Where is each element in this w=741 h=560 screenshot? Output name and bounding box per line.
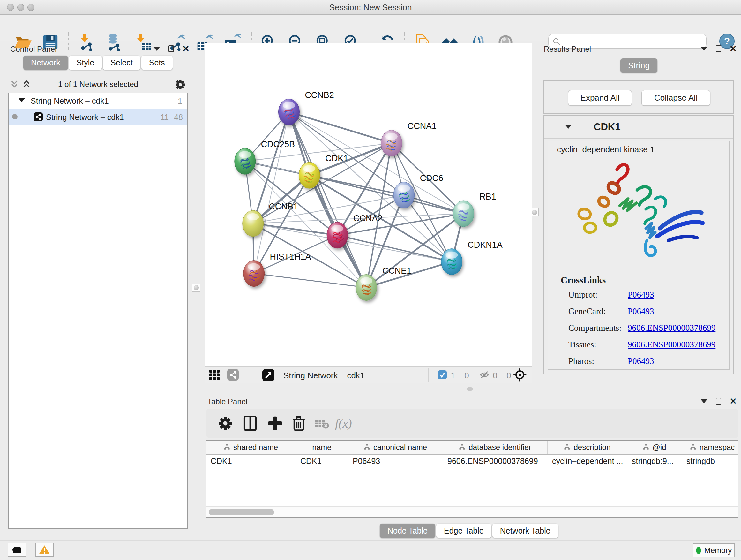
left-splitter-handle[interactable]	[192, 284, 200, 292]
table-header-cell[interactable]: database identifier	[443, 441, 548, 454]
network-node[interactable]	[243, 210, 264, 237]
tab-select[interactable]: Select	[103, 56, 140, 70]
crosslink-link[interactable]: P06493	[628, 307, 654, 316]
network-node[interactable]	[441, 249, 462, 275]
table-cell[interactable]: P06493	[348, 455, 443, 468]
table-header-cell[interactable]: namespac	[682, 441, 738, 454]
table-horizontal-scrollbar[interactable]	[206, 506, 738, 517]
table-cell[interactable]: stringdb	[682, 455, 738, 468]
share-view-icon[interactable]	[227, 369, 239, 382]
network-options-gear-icon[interactable]	[174, 78, 187, 91]
table-cell[interactable]: cyclin–dependent ...	[548, 455, 627, 468]
network-node[interactable]	[234, 148, 256, 174]
network-canvas[interactable]: CCNB2CCNA1CDC25BCDK1CDC6RB1CCNB1CCNA2CDK…	[205, 43, 532, 366]
table-tabs: Node TableEdge TableNetwork Table	[380, 523, 559, 538]
crosslink-link[interactable]: 9606.ENSP00000378699	[628, 323, 716, 333]
control-panel-collapse-icon[interactable]	[153, 47, 160, 51]
tab-network-table[interactable]: Network Table	[492, 523, 558, 538]
network-node-label: RB1	[479, 192, 496, 201]
delete-column-trash-icon[interactable]	[290, 415, 307, 432]
table-header-cell[interactable]: shared name	[206, 441, 296, 454]
network-node[interactable]	[244, 260, 265, 287]
results-panel-close-icon[interactable]: ✕	[730, 46, 737, 52]
crosslink-label: Compartments:	[568, 323, 628, 333]
crosslink-row: Pharos:P06493	[568, 356, 716, 366]
crosslink-row: Compartments:9606.ENSP00000378699	[568, 323, 716, 333]
expand-all-button[interactable]: Expand All	[568, 90, 632, 106]
app-window: Session: New Session	[0, 0, 741, 560]
table-header-cell[interactable]: canonical name	[348, 441, 443, 454]
network-node[interactable]	[327, 222, 348, 248]
collection-expand-icon[interactable]	[18, 98, 25, 102]
table-cell[interactable]: CDK1	[206, 455, 296, 468]
table-toolbar: f(x)	[206, 409, 738, 438]
birds-eye-view-icon[interactable]	[262, 369, 274, 382]
table-header-cell[interactable]: @id	[627, 441, 682, 454]
memory-button[interactable]: Memory	[693, 543, 735, 557]
gene-collapse-icon[interactable]	[565, 125, 572, 129]
table-header-label: @id	[652, 443, 666, 452]
network-row[interactable]: String Network – cdk1 11 48	[9, 109, 187, 125]
column-tree-icon	[564, 443, 570, 452]
tab-edge-table[interactable]: Edge Table	[436, 523, 491, 538]
table-header-cell[interactable]: description	[548, 441, 627, 454]
warnings-button[interactable]	[35, 543, 54, 557]
table-header-cell[interactable]: name	[296, 441, 348, 454]
network-node-label: CDC6	[420, 173, 443, 183]
network-view-title: String Network – cdk1	[283, 371, 364, 381]
collapse-all-button[interactable]: Collapse All	[642, 90, 711, 106]
selected-nodes-checkbox-icon[interactable]	[438, 370, 447, 381]
import-network-database-icon[interactable]	[105, 33, 123, 51]
tab-sets[interactable]: Sets	[141, 56, 173, 70]
crosslink-link[interactable]: 9606.ENSP00000378699	[628, 340, 716, 350]
control-panel-close-icon[interactable]: ✕	[182, 46, 190, 52]
table-header-label: name	[312, 443, 331, 452]
fit-selection-crosshair-icon[interactable]	[513, 368, 527, 383]
tab-node-table[interactable]: Node Table	[380, 523, 435, 538]
window-title: Session: New Session	[0, 3, 741, 12]
network-edge	[254, 273, 366, 288]
tab-string[interactable]: String	[620, 58, 657, 73]
table-row[interactable]: CDK1CDK1P064939606.ENSP00000378699cyclin…	[206, 455, 738, 468]
network-node[interactable]	[394, 182, 414, 208]
selected-counts: 1 – 0	[451, 371, 469, 381]
import-table-file-icon[interactable]	[134, 33, 152, 51]
network-row-label: String Network – cdk1	[46, 113, 124, 122]
network-node[interactable]	[299, 162, 320, 188]
crosslink-link[interactable]: P06493	[628, 356, 654, 366]
network-node[interactable]	[453, 200, 474, 227]
table-cell[interactable]: stringdb:9...	[627, 455, 682, 468]
scrollbar-thumb[interactable]	[209, 509, 274, 515]
crosslink-link[interactable]: P06493	[628, 290, 654, 300]
crosslink-label: GeneCard:	[568, 307, 628, 316]
table-header-label: database identifier	[468, 443, 531, 452]
horizontal-splitter-handle[interactable]	[467, 387, 473, 391]
table-panel-collapse-icon[interactable]	[700, 399, 708, 403]
results-panel-float-icon[interactable]	[716, 45, 721, 52]
gene-description: cyclin–dependent kinase 1	[557, 145, 655, 154]
network-selected-status: 1 of 1 Network selected	[8, 80, 188, 89]
table-panel-float-icon[interactable]	[716, 398, 721, 405]
cloud-button[interactable]	[8, 543, 26, 557]
gene-section-header[interactable]: CDK1	[544, 116, 733, 138]
table-cell[interactable]: CDK1	[296, 455, 348, 468]
table-settings-gear-icon[interactable]	[217, 415, 233, 432]
show-columns-icon[interactable]	[242, 415, 259, 432]
network-node[interactable]	[381, 130, 402, 156]
memory-status-dot	[696, 547, 701, 554]
table-cell[interactable]: 9606.ENSP00000378699	[443, 455, 548, 468]
network-node[interactable]	[356, 274, 377, 301]
grid-view-icon[interactable]	[209, 369, 220, 382]
control-panel-float-icon[interactable]	[169, 45, 174, 52]
network-node[interactable]	[279, 99, 300, 125]
network-collection-row[interactable]: String Network – cdk1 1	[9, 93, 187, 109]
table-panel-close-icon[interactable]: ✕	[730, 398, 737, 405]
network-node-label: CCNA1	[408, 121, 436, 131]
tab-network[interactable]: Network	[23, 56, 68, 70]
crosslinks-title: CrossLinks	[561, 275, 716, 286]
tab-style[interactable]: Style	[69, 56, 102, 70]
add-column-icon[interactable]	[267, 415, 283, 432]
results-panel-collapse-icon[interactable]	[700, 47, 708, 51]
network-node-label: CCNE1	[382, 266, 411, 275]
import-network-file-icon[interactable]	[78, 33, 96, 51]
